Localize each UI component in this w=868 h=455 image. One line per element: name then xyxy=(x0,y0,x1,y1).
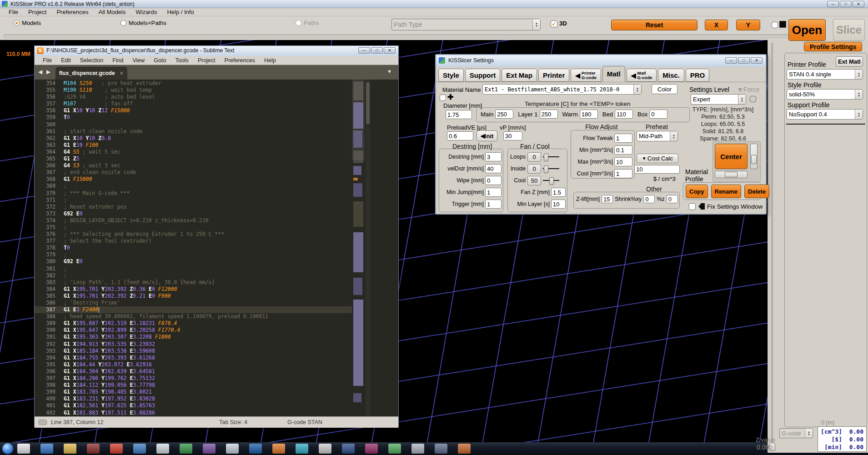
code-line-358[interactable]: 358G1 X10 Y10 Z12 F15000 xyxy=(35,107,352,114)
copy-button[interactable]: Copy xyxy=(686,185,708,198)
tab-matl[interactable]: Matl xyxy=(602,66,625,82)
support-profile-dropdown[interactable]: NoSupport 0.4 xyxy=(787,109,863,120)
code-line-368[interactable]: 368G1 F15000 xyxy=(35,176,352,183)
fan-inside-value[interactable]: 0 xyxy=(527,164,541,174)
flow-flow-tweak-input[interactable]: 1 xyxy=(614,134,632,143)
taskbar-icon-6[interactable] xyxy=(133,444,146,454)
taskbar-icon-19[interactable] xyxy=(435,444,447,454)
profile-settings-button[interactable]: Profile Settings xyxy=(804,42,862,51)
taskbar-icon-7[interactable] xyxy=(156,444,169,454)
settings-minimize-button[interactable]: ─ xyxy=(725,57,737,64)
code-line-376[interactable]: 376; *** Selecting and Warming Extruder … xyxy=(35,231,352,238)
sublime-titlebar[interactable]: S F:\INHOUSE_projects\3d_flux_dispencer\… xyxy=(35,46,398,56)
code-line-362[interactable]: 362G1 X10 Y10 Z0.8 xyxy=(35,135,352,142)
tab-overflow-icon[interactable]: ▼ xyxy=(387,69,392,74)
tab-support[interactable]: Support xyxy=(465,69,501,82)
taskbar-icon-5[interactable] xyxy=(110,444,123,454)
code-line-369[interactable]: 369; xyxy=(35,183,352,190)
settings-restore-button[interactable]: □ xyxy=(738,57,750,64)
code-line-401[interactable]: 401G1 X182.561 Y197.625 E3.85763 xyxy=(35,402,352,409)
gcode-stats-dropdown[interactable]: G-code xyxy=(779,428,813,438)
preheat-dropdown[interactable]: Mid-Path xyxy=(637,131,678,141)
settings-level-dropdown[interactable]: Expert xyxy=(691,94,746,105)
tab-printer[interactable]: Printer xyxy=(538,69,569,82)
fan-inside-slider[interactable] xyxy=(543,165,559,172)
code-line-384[interactable]: 384G1 X195.701 Y202.392 Z0.36 E0 F12000 xyxy=(35,286,352,293)
code-line-379[interactable]: 379; xyxy=(35,251,352,258)
radio-paths[interactable] xyxy=(296,20,301,26)
code-line-373[interactable]: 373G92 E0 xyxy=(35,210,352,217)
code-line-365[interactable]: 365G1 Z5 xyxy=(35,155,352,162)
taskbar-icon-1[interactable] xyxy=(17,444,30,454)
code-line-383[interactable]: 383; 'Loop Path', 1.1 [feed mm/s], 30.0 … xyxy=(35,279,352,286)
taskbar-icon-11[interactable] xyxy=(249,444,262,454)
taskbar-icon-17[interactable] xyxy=(388,444,401,454)
taskbar-icon-3[interactable] xyxy=(64,444,76,454)
code-line-363[interactable]: 363G1 E10 F100 xyxy=(35,142,352,149)
rename-button[interactable]: Rename xyxy=(711,185,742,198)
path-percent-slider[interactable] xyxy=(4,35,796,38)
tab-pro[interactable]: PRO xyxy=(686,69,710,82)
taskbar-icon-12[interactable] xyxy=(272,444,285,454)
open-button[interactable]: Open xyxy=(788,19,826,41)
code-line-371[interactable]: 371; xyxy=(35,197,352,204)
taskbar-icon-18[interactable] xyxy=(411,444,424,454)
taskbar-icon-4[interactable] xyxy=(87,444,100,454)
3d-checkbox[interactable]: ✓ xyxy=(551,20,557,27)
code-line-381[interactable]: 381; xyxy=(35,265,352,272)
code-line-378[interactable]: 378T0 xyxy=(35,245,352,251)
force-checkbox[interactable] xyxy=(750,96,756,102)
destring-destring-mm-input[interactable]: 3 xyxy=(485,152,502,161)
reset-button[interactable]: Reset xyxy=(611,20,697,30)
status-syntax[interactable]: G-code STAN xyxy=(287,419,322,425)
code-line-388[interactable]: 388; head speed 30.000002, filament spee… xyxy=(35,313,352,320)
tab-nav-left-icon[interactable]: ◀ xyxy=(38,69,42,75)
taskbar-icon-8[interactable] xyxy=(180,444,192,454)
settings-close-button[interactable]: ✕ xyxy=(751,57,763,64)
sublime-editor[interactable]: 354M104 S250 ; pre heat extruder355M190 … xyxy=(35,80,398,416)
start-button[interactable] xyxy=(2,443,13,454)
tab-printer-g-code[interactable]: ◀PrinterG-code xyxy=(571,69,601,82)
delete-button[interactable]: Delete xyxy=(744,185,769,198)
settings-titlebar[interactable]: KISSlicer Settings ─ □ ✕ xyxy=(436,55,766,67)
code-line-359[interactable]: 359T0 xyxy=(35,114,352,121)
taskbar-icon-15[interactable] xyxy=(342,444,355,454)
temp-bed-input[interactable]: 110 xyxy=(615,110,633,119)
code-line-397[interactable]: 397G1 X184.286 Y199.762 E3.75132 xyxy=(35,375,352,382)
vp-input[interactable]: 30 xyxy=(503,131,522,140)
path-type-dropdown[interactable]: Path Type xyxy=(391,19,541,30)
code-line-385[interactable]: 385G1 X195.701 Y202.392 Z0.21 E0 F900 xyxy=(35,293,352,300)
sublime-menu-item-goto[interactable]: Goto xyxy=(149,57,171,64)
tab-style[interactable]: Style xyxy=(438,69,464,82)
destring-veldstr-mm-s-input[interactable]: 40 xyxy=(485,164,502,173)
fan-cool-value[interactable]: 50 xyxy=(527,176,541,185)
menu-item-file[interactable]: File xyxy=(4,9,23,15)
taskbar-icon-13[interactable] xyxy=(296,444,308,454)
temp-warm-input[interactable]: 180 xyxy=(580,110,598,119)
other-shrink-xy-input[interactable]: 0 xyxy=(643,195,655,203)
sublime-maximize-button[interactable]: □ xyxy=(371,47,383,54)
fan-fan-z-mm-input[interactable]: 1.5 xyxy=(551,188,566,197)
code-line-394[interactable]: 394G1 X184.755 Y203.393 E3.61268 xyxy=(35,355,352,361)
tab-flux-dispencer[interactable]: flux_dispencer.gcode ✕ xyxy=(55,67,127,80)
z-slider[interactable] xyxy=(768,40,776,453)
y-button[interactable]: Y xyxy=(736,20,760,30)
code-line-380[interactable]: 380G92 E0 xyxy=(35,258,352,265)
center-button[interactable]: Center xyxy=(715,144,748,169)
code-line-398[interactable]: 398G1 X184.112 Y199.056 E3.77798 xyxy=(35,382,352,389)
minimap-viewport-indicator[interactable] xyxy=(352,80,365,160)
temp-main-input[interactable]: 250 xyxy=(495,110,513,119)
code-line-364[interactable]: 364G4 S5 ; wait 5 sec xyxy=(35,149,352,155)
menu-item-wizards[interactable]: Wizards xyxy=(130,9,162,15)
code-line-375[interactable]: 375; xyxy=(35,224,352,231)
sublime-menu-item-edit[interactable]: Edit xyxy=(56,57,75,64)
taskbar-icon-10[interactable] xyxy=(226,444,239,454)
color-button[interactable]: Color xyxy=(652,84,677,94)
printer-profile-dropdown[interactable]: STAN 0.4 single xyxy=(787,69,863,80)
code-line-402[interactable]: 402G1 X181.883 Y197.511 E3.88286 xyxy=(35,410,352,416)
code-line-393[interactable]: 393G1 X185.184 Y203.538 E3.59608 xyxy=(35,348,352,355)
code-line-392[interactable]: 392G1 X194.913 Y203.535 E3.23932 xyxy=(35,341,352,348)
fix-settings-checkbox[interactable] xyxy=(689,203,696,210)
code-line-386[interactable]: 386; 'Destring Prime' xyxy=(35,300,352,306)
flow-min-mm-3-s-input[interactable]: 0.1 xyxy=(614,145,632,155)
